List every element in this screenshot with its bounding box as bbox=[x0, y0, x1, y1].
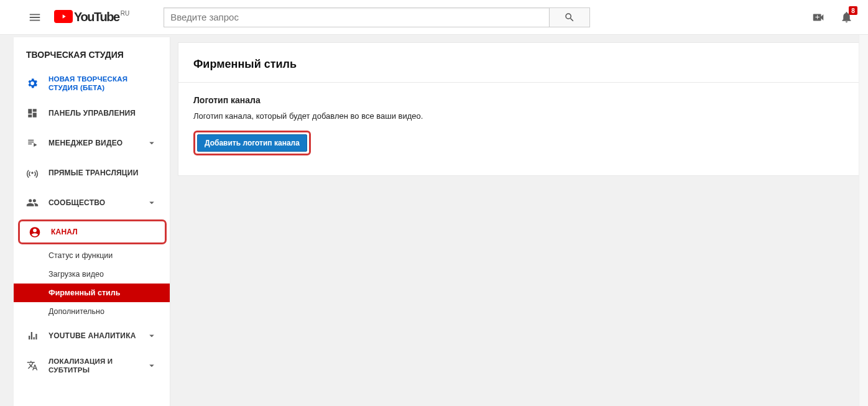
sidebar-item-dashboard[interactable]: ПАНЕЛЬ УПРАВЛЕНИЯ bbox=[14, 98, 170, 128]
section-description: Логотип канала, который будет добавлен в… bbox=[193, 111, 845, 121]
main-content: Фирменный стиль Логотип канала Логотип к… bbox=[170, 35, 868, 406]
sidebar-item-localization[interactable]: ЛОКАЛИЗАЦИЯ И СУБТИТРЫ bbox=[14, 351, 170, 381]
sidebar-item-label: НОВАЯ ТВОРЧЕСКАЯ СТУДИЯ (БЕТА) bbox=[48, 75, 157, 93]
sidebar-item-video-manager[interactable]: МЕНЕДЖЕР ВИДЕО bbox=[14, 128, 170, 158]
sidebar-sub-status[interactable]: Статус и функции bbox=[14, 246, 170, 265]
dashboard-icon bbox=[26, 108, 39, 119]
add-channel-logo-button[interactable]: Добавить логотип канала bbox=[197, 134, 307, 152]
sidebar-item-label: СООБЩЕСТВО bbox=[48, 198, 136, 207]
people-icon bbox=[26, 196, 39, 209]
sidebar-item-label: ПАНЕЛЬ УПРАВЛЕНИЯ bbox=[48, 109, 157, 118]
sidebar-item-channel[interactable]: КАНАЛ bbox=[18, 219, 167, 244]
sidebar-item-label: МЕНЕДЖЕР ВИДЕО bbox=[48, 139, 136, 147]
chevron-down-icon bbox=[146, 197, 157, 208]
searchbox bbox=[164, 7, 590, 27]
section-title: Логотип канала bbox=[193, 95, 845, 105]
gear-icon bbox=[26, 77, 39, 90]
youtube-logo[interactable]: YouTube RU bbox=[54, 10, 129, 24]
youtube-play-icon bbox=[54, 10, 73, 23]
notifications-icon[interactable]: 8 bbox=[840, 11, 853, 24]
logo-text: YouTube bbox=[74, 10, 119, 24]
sidebar: ТВОРЧЕСКАЯ СТУДИЯ НОВАЯ ТВОРЧЕСКАЯ СТУДИ… bbox=[14, 37, 170, 406]
person-circle-icon bbox=[29, 226, 41, 239]
translate-icon bbox=[26, 360, 39, 371]
chevron-down-icon bbox=[146, 137, 157, 149]
sidebar-sub-branding[interactable]: Фирменный стиль bbox=[14, 284, 170, 302]
topbar-actions: 8 bbox=[811, 11, 853, 24]
video-list-icon bbox=[26, 137, 39, 149]
sidebar-item-new-studio-beta[interactable]: НОВАЯ ТВОРЧЕСКАЯ СТУДИЯ (БЕТА) bbox=[14, 68, 170, 98]
logo-region: RU bbox=[121, 10, 129, 17]
sidebar-item-label: YOUTUBE АНАЛИТИКА bbox=[48, 331, 136, 340]
sidebar-sub-upload[interactable]: Загрузка видео bbox=[14, 265, 170, 284]
divider bbox=[178, 82, 860, 83]
branding-panel: Фирменный стиль Логотип канала Логотип к… bbox=[178, 42, 861, 176]
sidebar-channel-submenu: Статус и функции Загрузка видео Фирменны… bbox=[14, 246, 170, 321]
chevron-down-icon bbox=[146, 360, 157, 371]
sidebar-item-label: КАНАЛ bbox=[51, 228, 156, 236]
live-icon bbox=[26, 167, 39, 179]
sidebar-item-label: ПРЯМЫЕ ТРАНСЛЯЦИИ bbox=[48, 168, 157, 177]
search-button[interactable] bbox=[549, 7, 590, 27]
sidebar-title: ТВОРЧЕСКАЯ СТУДИЯ bbox=[14, 37, 170, 68]
notification-badge: 8 bbox=[849, 6, 857, 15]
sidebar-item-community[interactable]: СООБЩЕСТВО bbox=[14, 188, 170, 218]
hamburger-menu-icon[interactable] bbox=[28, 11, 42, 24]
highlight-annotation: Добавить логотип канала bbox=[193, 131, 311, 155]
page-body: ТВОРЧЕСКАЯ СТУДИЯ НОВАЯ ТВОРЧЕСКАЯ СТУДИ… bbox=[0, 35, 868, 406]
sidebar-item-label: ЛОКАЛИЗАЦИЯ И СУБТИТРЫ bbox=[48, 357, 136, 375]
sidebar-item-analytics[interactable]: YOUTUBE АНАЛИТИКА bbox=[14, 321, 170, 351]
page-title: Фирменный стиль bbox=[193, 58, 845, 71]
analytics-icon bbox=[26, 330, 39, 341]
search-input[interactable] bbox=[164, 7, 549, 27]
topbar: YouTube RU 8 bbox=[0, 0, 868, 35]
search-icon bbox=[564, 12, 575, 23]
upload-video-icon[interactable] bbox=[811, 11, 825, 24]
sidebar-item-live[interactable]: ПРЯМЫЕ ТРАНСЛЯЦИИ bbox=[14, 158, 170, 188]
chevron-down-icon bbox=[146, 330, 157, 341]
sidebar-sub-advanced[interactable]: Дополнительно bbox=[14, 302, 170, 321]
